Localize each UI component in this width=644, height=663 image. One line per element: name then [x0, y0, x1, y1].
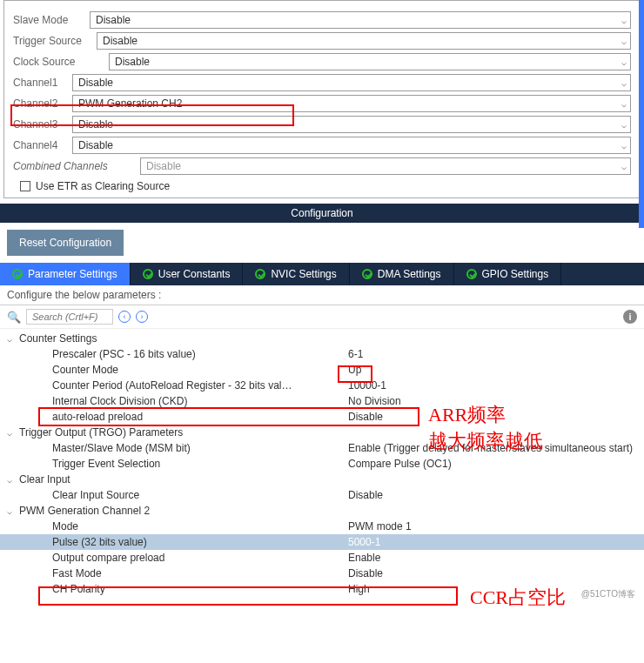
trigger-source-select[interactable]: Disable⌵	[97, 32, 631, 50]
chevron-down-icon: ⌵	[7, 428, 16, 438]
channel3-row: Channel3Disable⌵	[13, 116, 631, 133]
channel1-row: Channel1Disable⌵	[13, 74, 631, 91]
search-icon: 🔍	[7, 311, 21, 324]
channel1-label: Channel1	[13, 77, 67, 89]
search-input[interactable]	[26, 309, 113, 325]
channel3-label: Channel3	[13, 118, 67, 131]
search-next-icon[interactable]: ›	[136, 311, 148, 323]
chevron-down-icon: ⌵	[7, 506, 16, 516]
scrollbar-right[interactable]	[639, 0, 644, 228]
param-value: Enable (Trigger delayed for master/slave…	[348, 442, 644, 454]
configuration-header-bar: Configuration	[0, 204, 644, 223]
chevron-down-icon: ⌵	[621, 57, 627, 67]
tab-dma-settings-label: DMA Settings	[378, 268, 441, 280]
param-value: PWM mode 1	[348, 520, 644, 532]
param-value: Compare Pulse (OC1)	[348, 458, 644, 470]
group-trgo[interactable]: ⌵Trigger Output (TRGO) Parameters	[0, 425, 644, 440]
param-value: 10000-1	[348, 379, 644, 392]
group-counter-title: Counter Settings	[19, 332, 97, 345]
group-clear-title: Clear Input	[19, 473, 70, 486]
channel3-value: Disable	[78, 118, 113, 131]
group-pwm2-title: PWM Generation Channel 2	[19, 505, 150, 517]
param-row[interactable]: Master/Slave Mode (MSM bit)Enable (Trigg…	[0, 440, 644, 456]
info-icon[interactable]: i	[623, 310, 637, 324]
channel2-value: PWM Generation CH2	[78, 97, 182, 110]
use-etr-label: Use ETR as Clearing Source	[36, 180, 170, 192]
group-counter[interactable]: ⌵Counter Settings	[0, 331, 644, 346]
tab-gpio-settings-label: GPIO Settings	[482, 268, 549, 280]
param-row[interactable]: Counter Period (AutoReload Register - 32…	[0, 378, 644, 393]
channel4-label: Channel4	[13, 139, 67, 151]
trigger-source-value: Disable	[103, 35, 138, 47]
clock-source-label: Clock Source	[13, 56, 104, 68]
param-value: 5000-1	[348, 536, 644, 548]
param-row[interactable]: Trigger Event SelectionCompare Pulse (OC…	[0, 456, 644, 472]
param-name: Trigger Event Selection	[52, 458, 348, 470]
check-icon	[12, 269, 23, 279]
param-row[interactable]: Fast ModeDisable	[0, 566, 644, 581]
chevron-down-icon: ⌵	[621, 78, 627, 88]
param-row[interactable]: Internal Clock Division (CKD)No Division	[0, 393, 644, 409]
check-icon	[255, 269, 265, 279]
param-value: Disable	[348, 567, 644, 579]
reset-configuration-button[interactable]: Reset Configuration	[7, 230, 124, 256]
clock-source-select[interactable]: Disable⌵	[109, 53, 631, 70]
search-prev-icon[interactable]: ‹	[118, 311, 131, 323]
trigger-source-row: Trigger SourceDisable⌵	[13, 32, 631, 50]
config-tabs: Parameter SettingsUser ConstantsNVIC Set…	[0, 263, 644, 285]
param-name: Fast Mode	[52, 567, 348, 579]
parameter-panel: ⌵Counter SettingsPrescaler (PSC - 16 bit…	[0, 329, 644, 606]
channel4-select[interactable]: Disable⌵	[72, 137, 631, 154]
param-value: Disable	[348, 489, 644, 501]
slave-mode-value: Disable	[96, 14, 131, 26]
param-name: Internal Clock Division (CKD)	[52, 395, 348, 407]
param-name: Clear Input Source	[52, 489, 348, 501]
param-row[interactable]: Prescaler (PSC - 16 bits value)6-1	[0, 346, 644, 362]
combined-channels-select: Disable⌵	[140, 157, 631, 175]
tab-user-constants[interactable]: User Constants	[131, 263, 244, 285]
param-row[interactable]: auto-reload preloadDisable	[0, 409, 644, 425]
tab-parameter-settings[interactable]: Parameter Settings	[0, 263, 131, 285]
channel3-select[interactable]: Disable⌵	[72, 116, 631, 133]
param-row[interactable]: Pulse (32 bits value)5000-1	[0, 534, 644, 550]
param-row[interactable]: ModePWM mode 1	[0, 519, 644, 534]
chevron-down-icon: ⌵	[7, 475, 16, 485]
group-clear[interactable]: ⌵Clear Input	[0, 472, 644, 487]
check-icon	[143, 269, 153, 279]
slave-mode-label: Slave Mode	[13, 14, 84, 26]
clock-source-value: Disable	[115, 56, 150, 68]
chevron-down-icon: ⌵	[621, 99, 627, 109]
param-name: Pulse (32 bits value)	[52, 536, 348, 548]
channel1-value: Disable	[78, 77, 113, 89]
tab-dma-settings[interactable]: DMA Settings	[350, 263, 454, 285]
param-value: High	[348, 583, 644, 595]
param-value: 6-1	[348, 348, 644, 360]
channel4-value: Disable	[78, 139, 113, 151]
param-row[interactable]: Counter ModeUp	[0, 362, 644, 378]
chevron-down-icon: ⌵	[621, 37, 627, 46]
param-name: Counter Mode	[52, 364, 348, 376]
mode-panel: Slave ModeDisable⌵Trigger SourceDisable⌵…	[3, 0, 641, 198]
slave-mode-select[interactable]: Disable⌵	[90, 11, 631, 29]
tab-parameter-settings-label: Parameter Settings	[28, 268, 117, 280]
param-value: Disable	[348, 411, 644, 423]
chevron-down-icon: ⌵	[621, 120, 627, 130]
group-pwm2[interactable]: ⌵PWM Generation Channel 2	[0, 503, 644, 519]
param-row[interactable]: Output compare preloadEnable	[0, 550, 644, 566]
trigger-source-label: Trigger Source	[13, 35, 91, 47]
combined-channels-value: Disable	[146, 160, 181, 172]
tab-nvic-settings[interactable]: NVIC Settings	[243, 263, 349, 285]
param-name: Counter Period (AutoReload Register - 32…	[52, 379, 348, 392]
param-row[interactable]: Clear Input SourceDisable	[0, 487, 644, 503]
tab-nvic-settings-label: NVIC Settings	[271, 268, 336, 280]
tab-user-constants-label: User Constants	[158, 268, 231, 280]
tab-gpio-settings[interactable]: GPIO Settings	[454, 263, 562, 285]
channel2-row: Channel2PWM Generation CH2⌵	[13, 95, 631, 112]
group-trgo-title: Trigger Output (TRGO) Parameters	[19, 426, 183, 439]
param-row[interactable]: CH PolarityHigh	[0, 581, 644, 597]
clock-source-row: Clock SourceDisable⌵	[13, 53, 631, 70]
use-etr-row: Use ETR as Clearing Source	[20, 180, 631, 192]
channel1-select[interactable]: Disable⌵	[72, 74, 631, 91]
channel2-select[interactable]: PWM Generation CH2⌵	[72, 95, 631, 112]
use-etr-checkbox[interactable]	[20, 181, 30, 191]
